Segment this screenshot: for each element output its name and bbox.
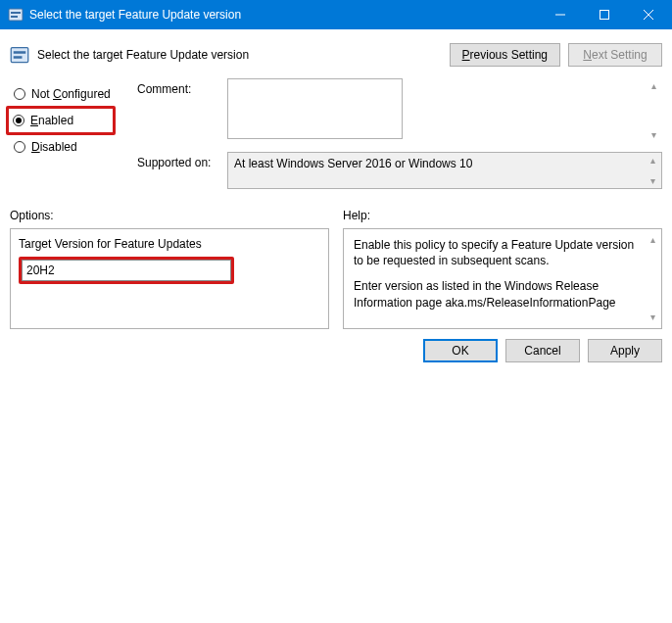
radio-icon (13, 115, 24, 126)
svg-rect-2 (11, 16, 18, 18)
comment-label: Comment: (137, 78, 219, 142)
chevron-up-icon: ▴ (646, 233, 659, 247)
svg-rect-4 (600, 11, 608, 20)
svg-rect-1 (11, 12, 21, 14)
radio-label: Enabled (30, 114, 73, 127)
options-panel: Target Version for Feature Updates (10, 228, 329, 329)
chevron-down-icon: ▾ (646, 311, 659, 324)
window-title: Select the target Feature Update version (29, 8, 538, 22)
radio-label: Not Configured (31, 87, 111, 101)
titlebar: Select the target Feature Update version (0, 0, 672, 29)
radio-label: Disabled (31, 140, 77, 154)
svg-rect-0 (9, 9, 23, 21)
policy-title: Select the target Feature Update version (37, 48, 442, 62)
svg-rect-8 (14, 51, 26, 54)
policy-icon (8, 7, 24, 23)
help-panel: Enable this policy to specify a Feature … (343, 228, 662, 329)
supported-on-value: At least Windows Server 2016 or Windows … (227, 152, 662, 189)
state-radio-group: Not Configured Enabled Disabled (10, 78, 127, 199)
help-section-label: Help: (343, 209, 662, 222)
radio-not-configured[interactable]: Not Configured (10, 82, 127, 106)
previous-setting-button[interactable]: Previous Setting (450, 43, 560, 67)
chevron-up-icon: ▴ (647, 80, 660, 91)
chevron-up-icon: ▴ (646, 155, 659, 166)
chevron-down-icon: ▾ (646, 175, 659, 186)
next-setting-button: Next Setting (568, 43, 662, 67)
target-version-label: Target Version for Feature Updates (19, 237, 320, 251)
maximize-button[interactable] (582, 0, 626, 29)
policy-icon (10, 45, 29, 65)
chevron-down-icon: ▾ (647, 129, 660, 140)
cancel-button[interactable]: Cancel (505, 339, 580, 362)
highlight-box (19, 257, 234, 284)
svg-rect-7 (11, 48, 28, 63)
apply-button[interactable]: Apply (588, 339, 662, 362)
radio-icon (14, 141, 25, 153)
radio-enabled[interactable]: Enabled (6, 106, 116, 135)
help-text: Enter version as listed in the Windows R… (354, 278, 644, 310)
radio-icon (14, 88, 25, 100)
ok-button[interactable]: OK (423, 339, 498, 362)
help-text: Enable this policy to specify a Feature … (354, 237, 644, 268)
supported-on-label: Supported on: (137, 152, 219, 189)
supported-on-text: At least Windows Server 2016 or Windows … (234, 157, 472, 170)
svg-rect-9 (14, 56, 23, 59)
minimize-button[interactable] (538, 0, 582, 29)
target-version-input[interactable] (22, 260, 231, 281)
comment-textarea[interactable] (227, 78, 403, 139)
options-section-label: Options: (10, 209, 329, 222)
radio-disabled[interactable]: Disabled (10, 135, 127, 159)
close-button[interactable] (626, 0, 670, 29)
